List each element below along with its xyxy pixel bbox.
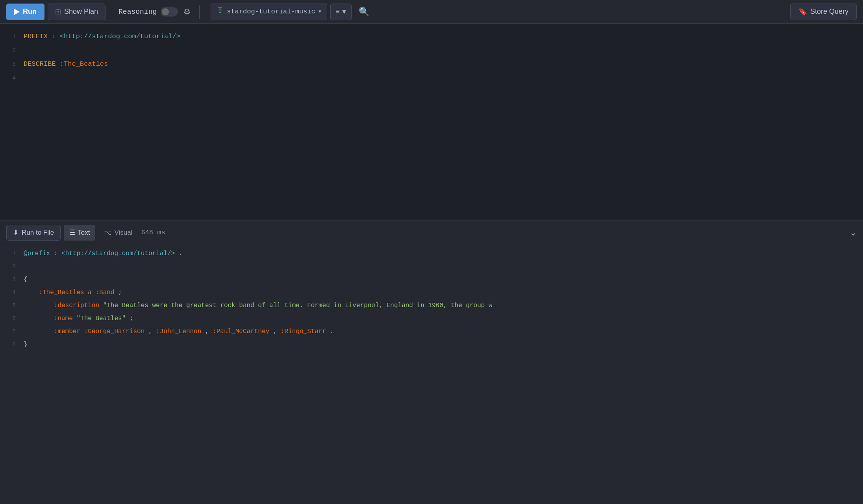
chevron-down-results-icon: ⌄ — [850, 228, 857, 237]
tab-text-icon: ☰ — [69, 228, 75, 237]
layers-chevron-icon: ▼ — [342, 8, 346, 16]
result-line-7: 7 :member :George_Harrison , :John_Lenno… — [0, 325, 863, 338]
gear-button[interactable]: ⚙ — [181, 5, 193, 19]
result-line-content-4: :The_Beatles a :Band ; — [24, 286, 863, 299]
line-number-1: 1 — [0, 30, 24, 44]
line-content-3: DESCRIBE :The_Beatles — [24, 57, 863, 71]
editor-line-4: 4 — [0, 71, 863, 85]
bookmark-icon: 🔖 — [798, 7, 807, 16]
result-line-content-3: { — [24, 273, 863, 286]
tab-visual-icon: ⌥ — [104, 228, 112, 237]
result-line-6: 6 :name "The Beatles" ; — [0, 312, 863, 325]
run-label: Run — [23, 7, 37, 16]
result-line-content-5: :description "The Beatles were the great… — [24, 299, 863, 312]
editor-line-1: 1 PREFIX : <http://stardog.com/tutorial/… — [0, 30, 863, 44]
results-code-area[interactable]: 1 @prefix : <http://stardog.com/tutorial… — [0, 244, 863, 504]
run-to-file-label: Run to File — [22, 229, 54, 237]
result-line-num-3: 3 — [0, 274, 24, 286]
result-line-num-6: 6 — [0, 313, 24, 325]
result-line-1: 1 @prefix : <http://stardog.com/tutorial… — [0, 247, 863, 260]
result-line-content-7: :member :George_Harrison , :John_Lennon … — [24, 325, 863, 338]
line-content-4 — [24, 71, 863, 85]
result-line-num-1: 1 — [0, 248, 24, 260]
show-plan-button[interactable]: ⊞ Show Plan — [48, 4, 106, 20]
result-line-content-8: } — [24, 338, 863, 351]
result-line-num-5: 5 — [0, 300, 24, 312]
results-toolbar: ⬇ Run to File ☰ Text ⌥ Visual 648 ms ⌄ — [0, 221, 863, 244]
results-expand-button[interactable]: ⌄ — [850, 228, 857, 238]
search-button[interactable]: 🔍 — [355, 4, 373, 19]
reasoning-label: Reasoning — [119, 8, 157, 16]
line-content-2 — [24, 44, 863, 57]
line-number-2: 2 — [0, 44, 24, 57]
editor-line-2: 2 — [0, 44, 863, 57]
layers-button[interactable]: ≡ ▼ — [330, 4, 352, 20]
database-name: stardog-tutorial-music — [227, 8, 315, 15]
toolbar-divider — [112, 5, 112, 19]
line-number-3: 3 — [0, 58, 24, 71]
plan-icon: ⊞ — [55, 7, 61, 16]
reasoning-toggle-group: Reasoning — [119, 7, 178, 17]
result-line-num-8: 8 — [0, 339, 24, 351]
database-selector[interactable]: 🗄 stardog-tutorial-music ▼ — [211, 4, 327, 20]
layers-icon: ≡ — [335, 8, 340, 16]
result-line-content-6: :name "The Beatles" ; — [24, 312, 863, 325]
reasoning-toggle[interactable] — [161, 7, 178, 17]
play-icon — [14, 9, 20, 15]
chevron-down-icon: ▼ — [319, 9, 321, 15]
result-line-content-1: @prefix : <http://stardog.com/tutorial/>… — [24, 247, 863, 260]
result-line-3: 3 { — [0, 273, 863, 286]
main-toolbar: Run ⊞ Show Plan Reasoning ⚙ 🗄 stardog-tu… — [0, 0, 863, 24]
tab-visual-label: Visual — [114, 229, 132, 237]
run-to-file-button[interactable]: ⬇ Run to File — [6, 225, 61, 241]
editor-area[interactable]: 1 PREFIX : <http://stardog.com/tutorial/… — [0, 24, 863, 220]
store-query-label: Store Query — [810, 7, 848, 16]
result-line-2: 2 — [0, 260, 863, 273]
search-icon: 🔍 — [359, 7, 369, 17]
line-number-4: 4 — [0, 72, 24, 85]
tab-text-label: Text — [78, 229, 90, 237]
tab-text[interactable]: ☰ Text — [64, 225, 95, 241]
editor-line-3: 3 DESCRIBE :The_Beatles — [0, 57, 863, 71]
result-line-num-7: 7 — [0, 326, 24, 338]
show-plan-label: Show Plan — [64, 7, 98, 16]
timing-label: 648 ms — [141, 229, 165, 236]
run-button[interactable]: Run — [6, 4, 44, 20]
store-query-button[interactable]: 🔖 Store Query — [790, 4, 857, 20]
toolbar-divider-2 — [199, 5, 200, 19]
result-line-num-2: 2 — [0, 261, 24, 273]
result-line-8: 8 } — [0, 338, 863, 351]
result-line-5: 5 :description "The Beatles were the gre… — [0, 299, 863, 312]
gear-icon: ⚙ — [183, 7, 191, 16]
results-panel: ⬇ Run to File ☰ Text ⌥ Visual 648 ms ⌄ 1… — [0, 220, 863, 504]
tab-visual[interactable]: ⌥ Visual — [98, 225, 138, 241]
line-content-1: PREFIX : <http://stardog.com/tutorial/> — [24, 30, 863, 43]
run-to-file-icon: ⬇ — [13, 228, 19, 237]
result-line-num-4: 4 — [0, 287, 24, 299]
result-line-4: 4 :The_Beatles a :Band ; — [0, 286, 863, 299]
editor-code-block: 1 PREFIX : <http://stardog.com/tutorial/… — [0, 24, 863, 91]
database-icon: 🗄 — [217, 7, 224, 16]
result-line-content-2 — [24, 260, 863, 273]
